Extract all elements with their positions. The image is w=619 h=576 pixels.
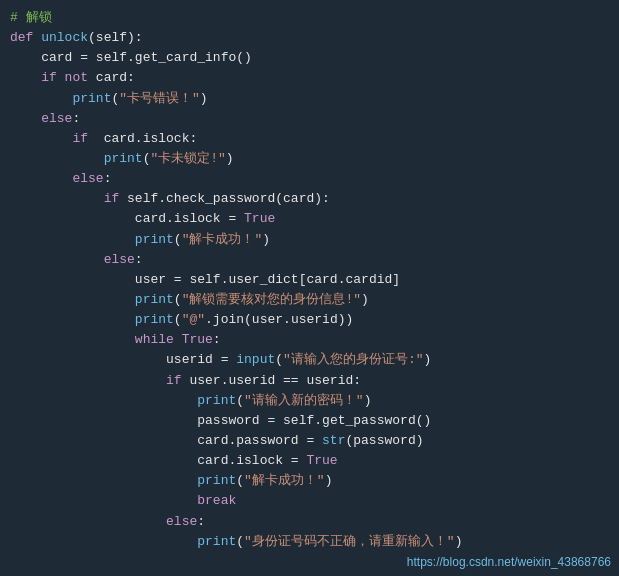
selfref-token: self — [96, 50, 127, 65]
code-line: print("解锁需要核对您的身份信息!") — [10, 290, 609, 310]
string-token: "卡号错误！" — [119, 91, 200, 106]
plain-token: ( — [174, 232, 182, 247]
plain-token: ( — [88, 30, 96, 45]
plain-token: password = — [197, 413, 283, 428]
code-line: else: — [10, 109, 609, 129]
keyword-token: else — [41, 111, 72, 126]
code-line: else: — [10, 512, 609, 532]
selfref-token: self — [96, 30, 127, 45]
keyword-token: else — [166, 514, 197, 529]
code-line: card.islock = True — [10, 209, 609, 229]
plain-token: ( — [236, 393, 244, 408]
string-token: "请输入新的密码！" — [244, 393, 364, 408]
plain-token: (password) — [345, 433, 423, 448]
plain-token: .join(user.userid)) — [205, 312, 353, 327]
plain-token: ) — [423, 352, 431, 367]
keyword-token: def — [10, 30, 41, 45]
code-line: # 解锁 — [10, 8, 609, 28]
plain-token: card.islock = — [197, 453, 306, 468]
plain-token: card = — [41, 50, 96, 65]
plain-token: ( — [236, 534, 244, 549]
builtin-token: print — [197, 534, 236, 549]
plain-token: ( — [174, 312, 182, 327]
code-line: print("卡号错误！") — [10, 89, 609, 109]
string-token: "卡未锁定!" — [150, 151, 225, 166]
plain-token: ( — [236, 473, 244, 488]
bool-token: True — [306, 453, 337, 468]
plain-token: card.islock: — [104, 131, 198, 146]
code-line: print("解卡成功！") — [10, 471, 609, 491]
code-line: while True: — [10, 330, 609, 350]
code-line: if not card: — [10, 68, 609, 88]
keyword-token: while — [135, 332, 182, 347]
keyword-token: if — [104, 191, 127, 206]
keyword-token: if not — [41, 70, 96, 85]
string-token: "@" — [182, 312, 205, 327]
code-line: card = self.get_card_info() — [10, 48, 609, 68]
builtin-token: print — [135, 292, 174, 307]
keyword-token: else — [72, 171, 103, 186]
plain-token: : — [104, 171, 112, 186]
code-line: def unlock(self): — [10, 28, 609, 48]
code-block: # 解锁def unlock(self): card = self.get_ca… — [10, 8, 609, 552]
code-line: else: — [10, 169, 609, 189]
plain-token: .get_password() — [314, 413, 431, 428]
plain-token: card: — [96, 70, 135, 85]
keyword-token: break — [197, 493, 236, 508]
plain-token: user.userid == userid: — [189, 373, 361, 388]
code-line: print("请输入新的密码！") — [10, 391, 609, 411]
keyword-token: else — [104, 252, 135, 267]
code-line: print("@".join(user.userid)) — [10, 310, 609, 330]
plain-token: userid = — [166, 352, 236, 367]
code-line: password = self.get_password() — [10, 411, 609, 431]
plain-token: ) — [455, 534, 463, 549]
builtin-token: print — [104, 151, 143, 166]
plain-token: : — [197, 514, 205, 529]
plain-token: : — [213, 332, 221, 347]
plain-token: ) — [200, 91, 208, 106]
plain-token: ) — [262, 232, 270, 247]
plain-token: : — [135, 252, 143, 267]
code-line: if self.check_password(card): — [10, 189, 609, 209]
builtin-token: print — [135, 232, 174, 247]
watermark: https://blog.csdn.net/weixin_43868766 — [407, 553, 611, 572]
string-token: "解卡成功！" — [182, 232, 263, 247]
builtin-token: print — [197, 393, 236, 408]
code-line: print("身份证号码不正确，请重新输入！") — [10, 532, 609, 552]
plain-token: ) — [364, 393, 372, 408]
plain-token: .user_dict[card.cardid] — [221, 272, 400, 287]
plain-token: user = — [135, 272, 190, 287]
keyword-token: if — [166, 373, 189, 388]
code-line: if card.islock: — [10, 129, 609, 149]
plain-token: .check_password(card): — [158, 191, 330, 206]
plain-token: card.password = — [197, 433, 322, 448]
string-token: "解锁需要核对您的身份信息!" — [182, 292, 361, 307]
builtin-token: print — [197, 473, 236, 488]
string-token: "身份证号码不正确，请重新输入！" — [244, 534, 455, 549]
plain-token: ) — [226, 151, 234, 166]
builtin-token: print — [72, 91, 111, 106]
selfref-token: self — [127, 191, 158, 206]
bool-token: True — [182, 332, 213, 347]
plain-token: ( — [174, 292, 182, 307]
code-line: card.islock = True — [10, 451, 609, 471]
code-line: else: — [10, 250, 609, 270]
plain-token: card.islock = — [135, 211, 244, 226]
code-line: userid = input("请输入您的身份证号:") — [10, 350, 609, 370]
code-line: user = self.user_dict[card.cardid] — [10, 270, 609, 290]
string-token: "解卡成功！" — [244, 473, 325, 488]
builtin-token: print — [135, 312, 174, 327]
plain-token: .get_card_info() — [127, 50, 252, 65]
keyword-token: if — [72, 131, 103, 146]
selfref-token: self — [189, 272, 220, 287]
selfref-token: self — [283, 413, 314, 428]
code-line: print("卡未锁定!") — [10, 149, 609, 169]
funcname-token: unlock — [41, 30, 88, 45]
comment-token: # 解锁 — [10, 10, 52, 25]
code-line: print("解卡成功！") — [10, 230, 609, 250]
code-line: if user.userid == userid: — [10, 371, 609, 391]
plain-token: ( — [275, 352, 283, 367]
plain-token: ) — [325, 473, 333, 488]
builtin-token: str — [322, 433, 345, 448]
code-line: break — [10, 491, 609, 511]
